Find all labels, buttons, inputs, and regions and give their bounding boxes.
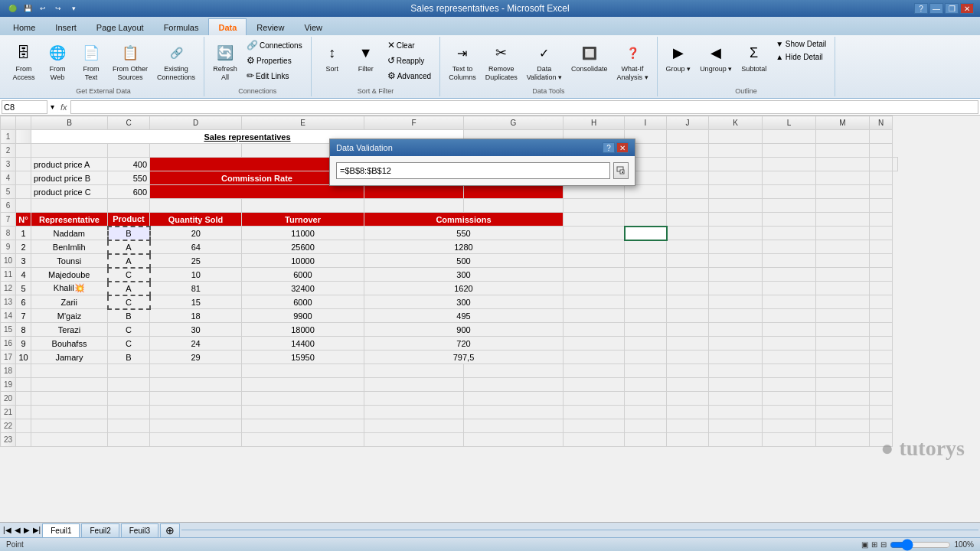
cell-D14[interactable]: 18	[150, 309, 242, 323]
qa-dropdown[interactable]: ▾	[67, 2, 80, 15]
cell-L3[interactable]	[816, 158, 870, 171]
cell-K6[interactable]	[709, 199, 763, 213]
cell-F7[interactable]: Commissions	[364, 213, 564, 227]
cell-C17[interactable]: B	[108, 350, 150, 364]
cell-J14[interactable]	[667, 309, 709, 323]
cell-L5[interactable]	[763, 185, 816, 199]
ungroup-btn[interactable]: ◀ Ungroup ▾	[696, 38, 736, 76]
cell-B8[interactable]: Naddam	[31, 227, 108, 240]
cell-K2[interactable]	[709, 144, 763, 158]
dialog-range-selector-btn[interactable]	[613, 162, 629, 179]
cell-I3[interactable]	[667, 158, 709, 171]
clear-btn[interactable]: ✕ Clear	[384, 38, 435, 52]
cell-I11[interactable]	[625, 268, 667, 282]
cell-K10[interactable]	[709, 254, 763, 268]
cell-C12[interactable]: A	[108, 282, 150, 295]
cell-E15[interactable]: 18000	[242, 323, 364, 337]
cell-F17[interactable]: 797,5	[364, 350, 564, 364]
tab-home[interactable]: Home	[3, 18, 45, 35]
cell-L4[interactable]	[763, 171, 816, 185]
cell-B15[interactable]: Terazi	[31, 323, 108, 337]
cell-I5[interactable]	[625, 185, 667, 199]
cell-F16[interactable]: 720	[364, 337, 564, 350]
col-header-F[interactable]: F	[364, 116, 464, 130]
cell-K15[interactable]	[709, 323, 763, 337]
properties-btn[interactable]: ⚙ Properties	[243, 54, 306, 67]
cell-N2[interactable]	[870, 144, 893, 158]
cell-J6[interactable]	[667, 199, 709, 213]
cell-N14[interactable]	[870, 309, 893, 323]
cell-B6[interactable]	[31, 199, 108, 213]
cell-B10[interactable]: Tounsi	[31, 254, 108, 268]
cell-N4[interactable]	[870, 171, 893, 185]
cell-F8[interactable]: 550	[364, 227, 564, 240]
col-header-B[interactable]: B	[31, 116, 108, 130]
save-quick-btn[interactable]: 💾	[21, 2, 34, 15]
cell-H6[interactable]	[564, 199, 625, 213]
undo-quick-btn[interactable]: ↩	[37, 2, 49, 15]
cell-E17[interactable]: 15950	[242, 350, 364, 364]
formula-expand-btn[interactable]: ▾	[47, 103, 57, 111]
tab-last-btn[interactable]: ▶|	[31, 526, 43, 534]
tab-pagelayout[interactable]: Page Layout	[87, 18, 154, 35]
cell-J4[interactable]	[667, 171, 709, 185]
cell-N8[interactable]	[870, 227, 893, 240]
cell-N13[interactable]	[870, 295, 893, 309]
cell-B5[interactable]: product price C	[31, 185, 108, 199]
cell-C4[interactable]: 550	[108, 171, 150, 185]
cell-H14[interactable]	[564, 309, 625, 323]
from-access-btn[interactable]: 🗄 FromAccess	[8, 38, 40, 84]
cell-M13[interactable]	[816, 295, 870, 309]
cell-L7[interactable]	[763, 213, 816, 227]
cell-K14[interactable]	[709, 309, 763, 323]
cell-K3[interactable]	[763, 158, 816, 171]
cell-K13[interactable]	[709, 295, 763, 309]
refresh-all-btn[interactable]: 🔄 RefreshAll	[209, 38, 241, 84]
col-header-H[interactable]: H	[564, 116, 625, 130]
col-header-G[interactable]: G	[464, 116, 564, 130]
cell-A7[interactable]: N°	[16, 213, 31, 227]
cell-L13[interactable]	[763, 295, 816, 309]
cell-D8[interactable]: 20	[150, 227, 242, 240]
cell-D5[interactable]	[150, 185, 364, 199]
consolidate-btn[interactable]: 🔲 Consolidate	[567, 38, 612, 76]
cell-L14[interactable]	[763, 309, 816, 323]
cell-D7[interactable]: Quantity Sold	[150, 213, 242, 227]
cell-M12[interactable]	[816, 282, 870, 295]
cell-H7[interactable]	[564, 213, 625, 227]
redo-quick-btn[interactable]: ↪	[52, 2, 64, 15]
cell-B11[interactable]: Majedoube	[31, 268, 108, 282]
cell-N15[interactable]	[870, 323, 893, 337]
cell-C7[interactable]: Product	[108, 213, 150, 227]
cell-F13[interactable]: 300	[364, 295, 564, 309]
cell-C2[interactable]	[108, 144, 150, 158]
tab-view[interactable]: View	[294, 18, 332, 35]
cell-C5[interactable]: 600	[108, 185, 150, 199]
cell-N11[interactable]	[870, 268, 893, 282]
cell-J5[interactable]	[667, 185, 709, 199]
cell-J12[interactable]	[667, 282, 709, 295]
cell-A11[interactable]: 4	[16, 268, 31, 282]
close-btn[interactable]: ✕	[960, 3, 974, 14]
cell-H15[interactable]	[564, 323, 625, 337]
cell-F14[interactable]: 495	[364, 309, 564, 323]
name-box[interactable]: C8	[2, 100, 47, 114]
dialog-help-btn[interactable]: ?	[603, 142, 615, 153]
cell-D13[interactable]: 15	[150, 295, 242, 309]
cell-B17[interactable]: Jamary	[31, 350, 108, 364]
col-header-I[interactable]: I	[625, 116, 667, 130]
cell-H5[interactable]	[564, 185, 625, 199]
cell-A8[interactable]: 1	[16, 227, 31, 240]
existing-conn-btn[interactable]: 🔗 ExistingConnections	[153, 38, 199, 84]
cell-A17[interactable]: 10	[16, 350, 31, 364]
cell-A15[interactable]: 8	[16, 323, 31, 337]
cell-A16[interactable]: 9	[16, 337, 31, 350]
cell-L16[interactable]	[763, 337, 816, 350]
cell-A13[interactable]: 6	[16, 295, 31, 309]
cell-B7[interactable]: Representative	[31, 213, 108, 227]
cell-M3[interactable]	[870, 158, 893, 171]
cell-D12[interactable]: 81	[150, 282, 242, 295]
cell-F6[interactable]	[364, 199, 464, 213]
cell-K8[interactable]	[709, 227, 763, 240]
cell-C14[interactable]: B	[108, 309, 150, 323]
